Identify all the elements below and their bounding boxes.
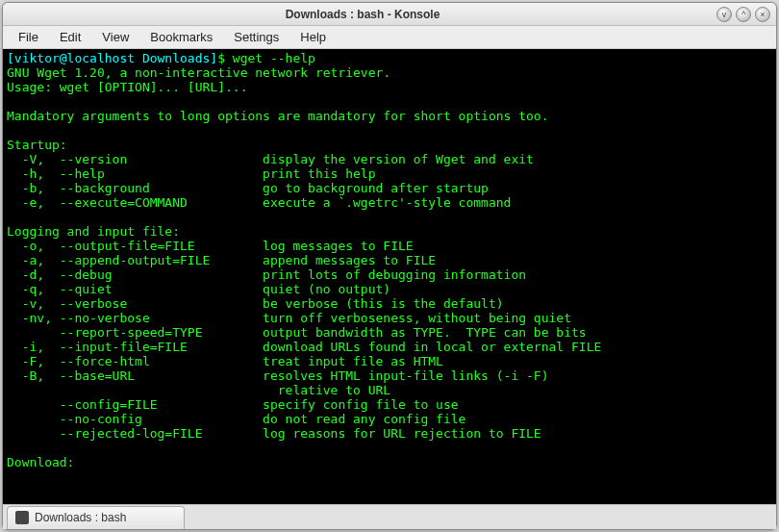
tab-label: Downloads : bash <box>35 511 126 524</box>
out-mandatory: Mandatory arguments to long options are … <box>7 109 549 123</box>
opt-row: --report-speed=TYPE output bandwidth as … <box>7 325 587 340</box>
prompt-dollar: $ <box>217 51 225 65</box>
opt-row: -a, --append-output=FILE append messages… <box>7 253 436 267</box>
window-title: Downloads : bash - Konsole <box>9 8 716 21</box>
opt-row: -F, --force-html treat input file as HTM… <box>7 354 443 368</box>
prompt-command: wget --help <box>233 51 315 65</box>
opt-row: --config=FILE specify config file to use <box>7 397 459 412</box>
maximize-icon: ^ <box>741 10 745 19</box>
menu-edit[interactable]: Edit <box>50 28 90 46</box>
opt-row: -d, --debug print lots of debugging info… <box>7 267 526 282</box>
hdr-download: Download: <box>7 455 74 469</box>
window-buttons: v ^ × <box>716 7 770 22</box>
opt-row: --no-config do not read any config file <box>7 412 465 426</box>
opt-row: relative to URL <box>7 383 390 397</box>
menu-help[interactable]: Help <box>290 28 336 46</box>
session-tab[interactable]: Downloads : bash <box>7 506 185 529</box>
menu-bookmarks[interactable]: Bookmarks <box>140 28 222 46</box>
opt-row: --rejected-log=FILE log reasons for URL … <box>7 426 541 441</box>
prompt-user-host: [viktor@localhost Downloads] <box>7 51 217 65</box>
maximize-button[interactable]: ^ <box>736 7 751 22</box>
terminal-output[interactable]: [viktor@localhost Downloads]$ wget --hel… <box>3 49 776 504</box>
opt-row: -q, --quiet quiet (no output) <box>7 282 390 296</box>
hdr-startup: Startup: <box>7 138 67 152</box>
out-version: GNU Wget 1.20, a non-interactive network… <box>7 65 390 80</box>
close-icon: × <box>760 10 765 19</box>
opt-row: -nv, --no-verbose turn off verboseness, … <box>7 311 571 325</box>
statusbar: Downloads : bash <box>3 504 776 529</box>
opt-row: -b, --background go to background after … <box>7 181 489 195</box>
opt-row: -v, --verbose be verbose (this is the de… <box>7 296 504 311</box>
minimize-button[interactable]: v <box>716 7 732 22</box>
terminal-icon <box>15 511 29 524</box>
menu-settings[interactable]: Settings <box>224 28 289 46</box>
menu-view[interactable]: View <box>92 28 138 46</box>
minimize-icon: v <box>722 10 727 19</box>
opt-row: -V, --version display the version of Wge… <box>7 152 534 166</box>
opt-row: -e, --execute=COMMAND execute a `.wgetrc… <box>7 195 511 210</box>
opt-row: -o, --output-file=FILE log messages to F… <box>7 239 414 253</box>
out-usage: Usage: wget [OPTION]... [URL]... <box>7 80 247 94</box>
konsole-window: Downloads : bash - Konsole v ^ × File Ed… <box>2 2 777 530</box>
opt-row: -h, --help print this help <box>7 166 376 181</box>
menu-file[interactable]: File <box>9 28 48 46</box>
opt-row: -i, --input-file=FILE download URLs foun… <box>7 340 601 354</box>
menubar: File Edit View Bookmarks Settings Help <box>3 26 776 49</box>
close-button[interactable]: × <box>755 7 770 22</box>
opt-row: -B, --base=URL resolves HTML input-file … <box>7 368 549 383</box>
titlebar[interactable]: Downloads : bash - Konsole v ^ × <box>3 3 776 26</box>
hdr-logging: Logging and input file: <box>7 224 180 239</box>
